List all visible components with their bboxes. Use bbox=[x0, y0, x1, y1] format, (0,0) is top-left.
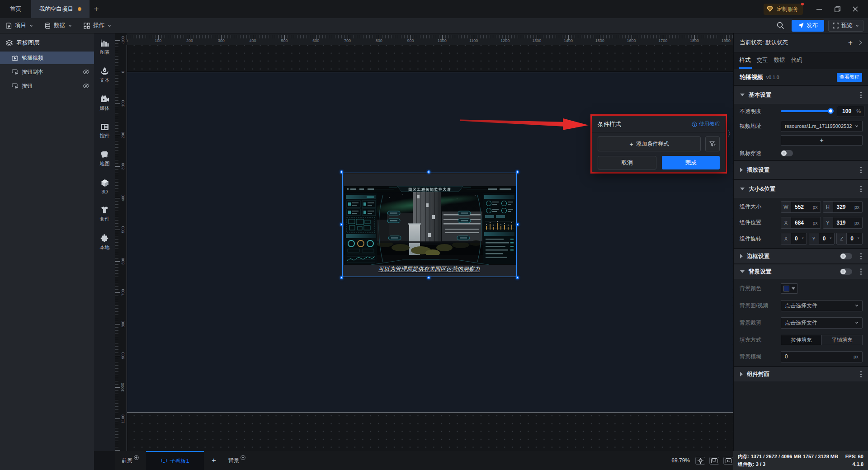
add-video-button[interactable]: + bbox=[781, 135, 863, 146]
kit-icon bbox=[100, 206, 109, 214]
selection-handle[interactable] bbox=[427, 276, 430, 279]
layer-item-button-copy[interactable]: 按钮副本 bbox=[0, 66, 94, 78]
height-input[interactable]: H329px bbox=[823, 201, 863, 213]
bg-media-select[interactable]: 点击选择文件 bbox=[781, 300, 863, 311]
kebab-menu-icon[interactable] bbox=[860, 253, 862, 259]
kebab-menu-icon[interactable] bbox=[860, 92, 862, 98]
tool-media[interactable]: 媒体 bbox=[100, 95, 110, 112]
ry-input[interactable]: Y0° bbox=[809, 233, 835, 244]
bg-crop-select[interactable]: 点击选择文件 bbox=[781, 317, 863, 329]
component-library-bar: 图表 文本 媒体 控件 地图 3D 套件 本地 bbox=[94, 33, 115, 451]
opacity-input[interactable]: 100 % bbox=[837, 106, 864, 117]
search-icon[interactable] bbox=[777, 22, 784, 29]
tool-chart[interactable]: 图表 bbox=[100, 39, 110, 56]
shortcuts-button[interactable] bbox=[709, 457, 719, 465]
kebab-menu-icon[interactable] bbox=[860, 186, 862, 192]
selection-handle[interactable] bbox=[340, 170, 343, 174]
tool-local[interactable]: 本地 bbox=[100, 234, 110, 251]
ruler-horizontal: 0100200300400500600700800900100011001200… bbox=[127, 33, 733, 45]
selection-handle[interactable] bbox=[516, 170, 519, 174]
row-bg-blur: 背景模糊 0 px bbox=[734, 348, 868, 365]
tool-3d[interactable]: 3D bbox=[101, 179, 109, 194]
y-input[interactable]: Y319px bbox=[823, 217, 863, 229]
eye-off-icon[interactable] bbox=[83, 83, 90, 89]
tool-map[interactable]: 地图 bbox=[100, 151, 110, 167]
close-button[interactable] bbox=[846, 0, 864, 18]
artboard-left-edge bbox=[127, 45, 127, 451]
tab-data[interactable]: 数据 bbox=[774, 52, 785, 69]
rz-input[interactable]: Z0° bbox=[836, 233, 863, 244]
kebab-menu-icon[interactable] bbox=[860, 268, 862, 275]
rx-input[interactable]: X0° bbox=[781, 233, 807, 244]
layer-item-video[interactable]: 轮播视频 bbox=[0, 52, 94, 64]
layer-item-button[interactable]: 按钮 bbox=[0, 80, 94, 92]
board-tab[interactable]: 子看板1 bbox=[146, 451, 204, 470]
bg-color-picker[interactable] bbox=[781, 283, 798, 294]
foreground-item[interactable]: 前景 bbox=[117, 451, 143, 470]
fill-tile-button[interactable]: 平铺填充 bbox=[821, 335, 863, 345]
tab-code[interactable]: 代码 bbox=[791, 52, 802, 69]
restore-button[interactable] bbox=[828, 0, 846, 18]
add-circle-icon[interactable] bbox=[241, 455, 245, 460]
tab-home[interactable]: 首页 bbox=[0, 0, 31, 18]
console-button[interactable] bbox=[723, 457, 733, 465]
section-border-settings[interactable]: 边框设置 bbox=[734, 248, 868, 263]
selection-handle[interactable] bbox=[516, 276, 519, 279]
custom-service-badge[interactable]: 定制服务 bbox=[764, 4, 803, 15]
add-state-button[interactable]: + bbox=[848, 38, 853, 47]
fill-stretch-button[interactable]: 拉伸填充 bbox=[781, 335, 821, 345]
tutorial-link[interactable]: 使用教程 bbox=[692, 121, 720, 127]
minimize-button[interactable] bbox=[810, 0, 828, 18]
section-play-settings[interactable]: 播放设置 bbox=[734, 160, 868, 179]
add-circle-icon[interactable] bbox=[134, 455, 139, 460]
canvas-area[interactable]: 0100200300400500600700800900100011001200… bbox=[115, 33, 733, 451]
tool-text[interactable]: 文本 bbox=[100, 67, 110, 84]
section-size-position[interactable]: 大小&位置 bbox=[734, 179, 868, 198]
diamond-icon bbox=[766, 6, 774, 12]
done-button[interactable]: 完成 bbox=[662, 156, 720, 169]
paper-plane-icon bbox=[798, 23, 804, 28]
menu-project[interactable]: 项目 bbox=[0, 18, 39, 33]
publish-button[interactable]: 发布 bbox=[792, 20, 824, 32]
tab-project[interactable]: 我的空白项目 bbox=[31, 0, 90, 18]
annotation-highlight-box: 条件样式 使用教程 +添加条件样式 取消 完成 bbox=[590, 114, 727, 174]
add-condition-style-button[interactable]: +添加条件样式 bbox=[598, 136, 701, 151]
tab-style[interactable]: 样式 bbox=[740, 52, 751, 69]
menu-data[interactable]: 数据 bbox=[39, 18, 78, 33]
panel-collapse-handle[interactable]: 〉 bbox=[727, 129, 733, 139]
border-toggle[interactable] bbox=[840, 253, 852, 259]
kebab-menu-icon[interactable] bbox=[860, 371, 862, 377]
x-input[interactable]: X684px bbox=[781, 217, 821, 229]
selection-handle[interactable] bbox=[340, 223, 343, 226]
selection-handle[interactable] bbox=[516, 223, 519, 226]
width-input[interactable]: W552px bbox=[781, 201, 821, 213]
preview-button[interactable]: 预览 bbox=[828, 20, 863, 32]
eye-off-icon[interactable] bbox=[83, 69, 90, 75]
tool-kit[interactable]: 套件 bbox=[100, 206, 110, 222]
new-tab-button[interactable]: + bbox=[90, 0, 103, 18]
selection-handle[interactable] bbox=[427, 170, 430, 174]
cancel-button[interactable]: 取消 bbox=[598, 156, 656, 169]
background-item[interactable]: 背景 bbox=[224, 451, 250, 470]
video-url-select[interactable]: resources/1.m_171195002532 bbox=[781, 121, 863, 132]
menu-actions[interactable]: 操作 bbox=[78, 18, 117, 33]
view-tutorial-button[interactable]: 查看教程 bbox=[837, 73, 862, 82]
chevron-right-icon[interactable] bbox=[859, 40, 862, 45]
fit-screen-button[interactable] bbox=[695, 457, 705, 465]
background-toggle[interactable] bbox=[840, 268, 852, 275]
tab-interaction[interactable]: 交互 bbox=[757, 52, 768, 69]
bg-blur-input[interactable]: 0 px bbox=[781, 351, 863, 362]
section-background-settings[interactable]: 背景设置 bbox=[734, 263, 868, 279]
opacity-slider[interactable] bbox=[781, 110, 833, 112]
section-component-cover[interactable]: 组件封面 bbox=[734, 366, 868, 381]
section-basic-settings[interactable]: 基本设置 bbox=[734, 85, 868, 104]
tool-widget[interactable]: 控件 bbox=[100, 123, 110, 139]
mouse-through-toggle[interactable] bbox=[781, 150, 793, 156]
selection-handle[interactable] bbox=[340, 276, 343, 279]
condition-filter-button[interactable] bbox=[705, 136, 720, 151]
kebab-menu-icon[interactable] bbox=[860, 167, 862, 173]
layers-icon bbox=[6, 40, 13, 46]
ruler-vertical: -100010020030040050060070080090010001100 bbox=[115, 33, 127, 451]
add-board-button[interactable]: + bbox=[204, 456, 224, 465]
zoom-level[interactable]: 69.79% bbox=[671, 457, 690, 464]
